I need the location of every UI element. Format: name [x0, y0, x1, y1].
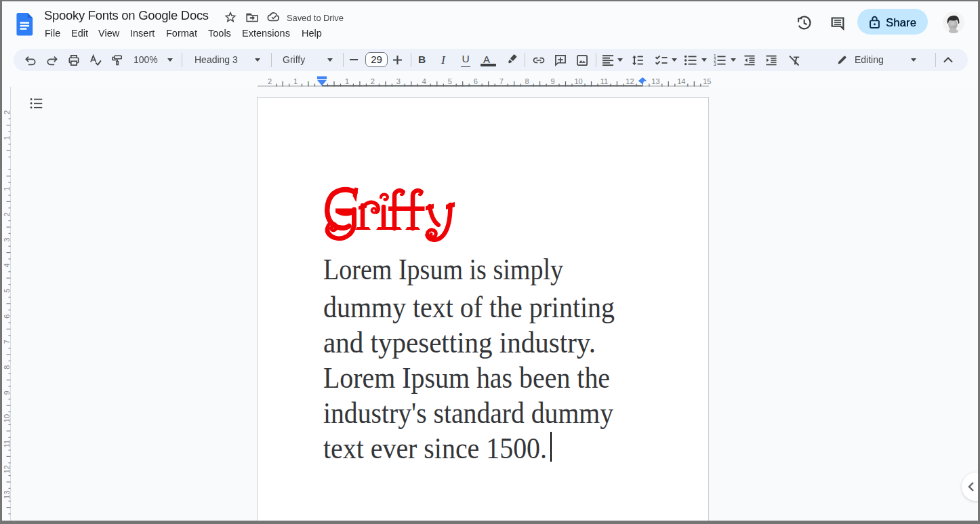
svg-text:11: 11 — [3, 440, 11, 447]
svg-text:2: 2 — [371, 77, 375, 85]
svg-text:1: 1 — [293, 77, 298, 85]
svg-text:12: 12 — [3, 465, 11, 473]
svg-text:13: 13 — [3, 491, 11, 499]
svg-text:10: 10 — [574, 77, 582, 85]
svg-text:2: 2 — [3, 212, 11, 216]
svg-text:2: 2 — [268, 77, 272, 85]
svg-text:4: 4 — [3, 263, 11, 267]
svg-text:5: 5 — [448, 77, 452, 85]
svg-text:12: 12 — [626, 77, 634, 85]
svg-text:2: 2 — [3, 110, 11, 115]
svg-text:13: 13 — [651, 77, 659, 85]
svg-text:9: 9 — [3, 390, 11, 395]
svg-text:1: 1 — [3, 136, 11, 140]
svg-text:7: 7 — [3, 340, 11, 344]
svg-text:3: 3 — [396, 77, 401, 85]
svg-text:9: 9 — [551, 77, 555, 85]
svg-text:15: 15 — [703, 77, 711, 85]
svg-text:10: 10 — [3, 414, 11, 422]
svg-text:7: 7 — [499, 77, 504, 85]
svg-text:5: 5 — [3, 289, 11, 293]
svg-text:14: 14 — [677, 77, 685, 85]
svg-text:6: 6 — [3, 315, 11, 319]
svg-text:8: 8 — [525, 77, 529, 85]
svg-text:3: 3 — [714, 62, 716, 66]
svg-text:4: 4 — [422, 77, 426, 85]
svg-text:8: 8 — [3, 365, 11, 369]
svg-text:3: 3 — [3, 238, 11, 242]
svg-text:6: 6 — [474, 77, 478, 85]
svg-text:1: 1 — [3, 187, 11, 191]
svg-text:11: 11 — [600, 77, 608, 85]
svg-text:1: 1 — [345, 77, 349, 85]
